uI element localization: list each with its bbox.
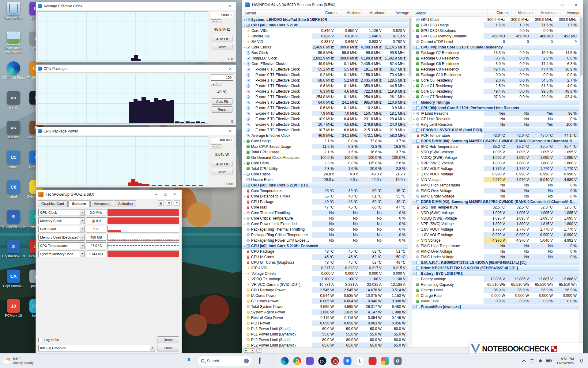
sensor-row[interactable]: VDD (SWA) Voltage1.095 V1.095 V1.095 V1.… bbox=[412, 210, 579, 216]
sensor-row[interactable]: 1.8V VOUT Voltage1.770 V1.770 V1.770 V1.… bbox=[412, 227, 579, 232]
sensor-row[interactable]: ▸Core C1 Residency2.5 %0.0 %81.3 %4.0 % bbox=[412, 83, 579, 89]
graph-max-input[interactable]: 5000.0 bbox=[211, 12, 233, 18]
sensor-row[interactable]: PL2 Power Limit (Static)80.0 W80.0 W80.0… bbox=[242, 337, 408, 343]
sensor-row[interactable]: VDDQ (SWB) Voltage1.095 V1.095 V1.095 V1… bbox=[412, 155, 579, 160]
sensor-row[interactable]: CPU Package Power2.545 W2.545 W14.678 W3… bbox=[242, 287, 408, 293]
graph-max-input[interactable]: 100.000 bbox=[211, 137, 233, 143]
sensor-section-header[interactable]: ▾DDR5 DIMM [#2]: Samsung M425R1GB4PB0-CW… bbox=[412, 199, 579, 205]
minimize-icon[interactable]: ─ bbox=[542, 0, 556, 10]
media-red-icon[interactable] bbox=[368, 356, 378, 366]
app-purple-icon[interactable] bbox=[305, 356, 315, 366]
sensor-row[interactable]: PMIC Over VoltageNoNoNo0 % bbox=[412, 188, 579, 194]
sensor-row[interactable]: ▸GPU D3D Utilizations0.0 %0.0 % bbox=[412, 28, 579, 33]
sensor-select[interactable]: GPU Load▾ bbox=[38, 226, 85, 232]
log-to-file-checkbox[interactable] bbox=[38, 338, 42, 342]
scrollbar[interactable] bbox=[408, 17, 412, 347]
sensor-select[interactable]: Memory Used (Dedicated)▾ bbox=[38, 234, 85, 241]
desktop-icon[interactable]: 8CrystalDisk... 8 bbox=[2, 240, 25, 258]
sensor-row[interactable]: SPD Hub Temperature35.2 °C35.2 °C35.5 °C… bbox=[412, 144, 579, 149]
clock-widget[interactable]: 8:51 PM 11/23/2025 bbox=[554, 357, 576, 365]
task-view-icon[interactable] bbox=[254, 356, 265, 366]
sensor-row[interactable]: CPU IA Cores45 °C45 °C62 °C50 °C bbox=[242, 254, 408, 260]
start-logging-button[interactable]: ▶ bbox=[243, 348, 249, 353]
sensor-section-header[interactable]: ▾Memory Timings bbox=[412, 100, 579, 105]
device-select[interactable]: Intel(R) Graphics ▾ bbox=[38, 345, 155, 351]
sensor-section-header[interactable]: ▾CPU [#0]: Intel Core 5 210H: C-State Re… bbox=[412, 44, 579, 50]
sensor-row[interactable]: PL2 Power Limit (Dynamic)65.0 W65.0 W65.… bbox=[242, 343, 408, 347]
sensor-row[interactable]: System Agent Power1.680 W1.635 W4.147 W1… bbox=[242, 309, 408, 315]
sensor-row[interactable]: VPP (SWC) Voltage1.800 V1.800 V1.815 V1.… bbox=[412, 221, 579, 227]
chrome-icon[interactable] bbox=[292, 356, 303, 366]
spin-up-icon[interactable]: ▴ bbox=[211, 82, 216, 86]
sensor-select[interactable]: CPU Temperature▾ bbox=[38, 242, 85, 249]
sensor-row[interactable]: Bus Clock99.8 MHz99.8 MHz99.8 MHz99.8 MH… bbox=[242, 50, 408, 56]
sensor-row[interactable]: P-core 0 T0 Effective Clock55.2 MHz5.5 M… bbox=[242, 67, 408, 72]
libreoffice-icon[interactable]: L bbox=[355, 356, 365, 366]
sensor-section-header[interactable]: ▾LENOVO LNVNB161216 (Intel PCH) bbox=[412, 127, 579, 133]
sensor-section-header[interactable]: ▾PresentMon [dwm.exe] bbox=[412, 304, 579, 309]
sensor-row[interactable]: ▸Core Utility2.3 %0.0 %115.8 %2.8 % bbox=[242, 160, 408, 166]
spin-up-icon[interactable]: ▴ bbox=[211, 144, 216, 148]
close-icon[interactable]: ✕ bbox=[170, 192, 179, 197]
sensor-row[interactable]: Package C8 Residency42.4 %0.0 %47.4 %36.… bbox=[412, 67, 579, 72]
sensor-row[interactable]: Uncore VID0.826 V0.616 V1.046 V0.713 V bbox=[242, 33, 408, 39]
sensor-row[interactable]: Uncore Ratio29.0 x4.0 x42.0 x15.9 x bbox=[242, 177, 408, 182]
auto-fit-button[interactable]: Auto Fit bbox=[212, 98, 232, 105]
sensor-row[interactable]: VPP (SWC) Voltage1.800 V1.800 V1.800 V1.… bbox=[412, 160, 579, 166]
sensor-row[interactable]: P-core 3 T1 Effective Clock0.6 MHz0.1 MH… bbox=[242, 105, 408, 111]
refresh-icon[interactable]: ↻ bbox=[166, 200, 172, 206]
weather-widget[interactable]: 54°F Mostly cloudy bbox=[0, 357, 37, 365]
sensor-row[interactable]: VIN Voltage4.970 V4.970 V5.040 V4.992 V bbox=[412, 238, 579, 243]
hwinfo-titlebar[interactable]: HWiNFO® 64 v8.34-5870 Sensors Status [0.… bbox=[242, 0, 583, 10]
sensor-row[interactable]: VIN Voltage4.970 V4.970 V5.040 V4.980 V bbox=[412, 177, 579, 182]
sensor-row[interactable]: PMIC Over VoltageNoNoNo0 % bbox=[412, 249, 579, 254]
sensor-row[interactable]: CPU GT Cores (Graphics)48 °C45 °C52 °C49… bbox=[242, 260, 408, 265]
sensor-row[interactable]: PMIC Under VoltageNoNoNo0 % bbox=[412, 254, 579, 260]
sensor-row[interactable]: Package C6 Residency6.0 %0.0 %17.4 %6.3 … bbox=[412, 61, 579, 67]
sensor-row[interactable]: Remaining Capacity65.510 Wh65.510 Wh65.5… bbox=[412, 282, 579, 287]
sensor-section-header[interactable]: ▾DDR5 DIMM [#0]: Samsung M425R1GB4PB0-CW… bbox=[412, 138, 579, 144]
stop-logging-button[interactable]: ■ bbox=[250, 348, 255, 353]
volume-icon[interactable] bbox=[537, 357, 544, 365]
edge-icon[interactable] bbox=[280, 356, 290, 366]
sensor-row[interactable]: Max CPU/Thread Usage11.2 %6.3 %72.8 %16.… bbox=[242, 144, 408, 149]
spin-down-icon[interactable]: ▾ bbox=[217, 82, 221, 86]
sensor-row[interactable]: Core Max47 °C45 °C60 °C47 °C bbox=[242, 205, 408, 210]
reset-button[interactable]: Reset bbox=[212, 106, 232, 113]
column-header[interactable]: SensorCurrentMinimumMaximumAverage bbox=[412, 10, 583, 17]
sensor-row[interactable]: ▸Core VIDs0.840 V0.650 V1.126 V0.823 V bbox=[242, 28, 408, 33]
scrollbar[interactable] bbox=[579, 17, 583, 347]
sensor-row[interactable]: SPD Hub Temperature32.5 °C32.5 °C32.8 °C… bbox=[412, 205, 579, 210]
sensor-row[interactable]: ▸GT Limit ReasonsNoNoNo0 % bbox=[412, 116, 579, 122]
auto-fit-button[interactable]: Auto Fit bbox=[212, 36, 232, 42]
desktop-icon[interactable]: asasssd1 bbox=[2, 91, 25, 109]
sensor-row[interactable]: GPU Clock300.0 MHz300.0 MHz300.0 MHz300.… bbox=[412, 17, 579, 22]
desktop-icon[interactable]: C8cdm8 bbox=[2, 180, 25, 199]
sensor-row[interactable]: PCH Temperature43.0 °C42.0 °C47.0 °C44.1… bbox=[412, 133, 579, 138]
sensor-row[interactable]: Total CPU Usage2.1 %1.5 %16.6 %3.7 % bbox=[242, 149, 408, 155]
sensor-row[interactable]: P-core 0 T1 Effective Clock0.2 MHz0.1 MH… bbox=[242, 72, 408, 78]
sensor-row[interactable]: iGPU VID0.217 V0.212 V0.217 V0.215 V bbox=[242, 265, 408, 271]
reset-button[interactable]: Reset bbox=[212, 44, 232, 50]
close-icon[interactable]: ✕ bbox=[226, 129, 234, 133]
sensor-row[interactable]: CPU Package49 °C48 °C60 °C49 °C bbox=[242, 199, 408, 205]
desktop-icon[interactable]: 10PCMark 10 bbox=[2, 299, 25, 318]
sensor-row[interactable]: P-core 3 T0 Effective Clock64.0 MHz24.1 … bbox=[242, 100, 408, 105]
sensor-row[interactable]: Package/Ring Thermal ThrottlingNoNoNo0 % bbox=[242, 227, 408, 232]
sensor-section-header[interactable]: ▾CPU [#0]: Intel Core 5 210H: Enhanced bbox=[242, 243, 408, 249]
search-input[interactable]: Search bbox=[198, 356, 252, 366]
sensor-row[interactable]: GT Cores Power0.005 W0.004 W0.040 W0.008… bbox=[242, 298, 408, 304]
desktop-icon[interactable]: C5cdm5 bbox=[2, 151, 25, 169]
sensor-row[interactable]: E-core 5 T0 Effective Clock10.9 MHz6.4 M… bbox=[242, 116, 408, 122]
sensor-section-header[interactable]: ▾CPU [#0]: Intel Core 5 210H: Performanc… bbox=[412, 105, 579, 111]
settings-icon[interactable]: ⚙ bbox=[393, 356, 403, 366]
sensor-row[interactable]: E-core 6 T0 Effective Clock10.7 MHz4.5 M… bbox=[242, 122, 408, 127]
sensor-row[interactable]: 1.8V VOUT Voltage1.770 V1.770 V1.770 V1.… bbox=[412, 166, 579, 171]
sensor-row[interactable]: VDD (SWA) Voltage1.095 V1.095 V1.095 V1.… bbox=[412, 149, 579, 155]
sensor-row[interactable]: Package/Ring Power Limit ExceededNoNoNo0… bbox=[242, 238, 408, 243]
desktop-icon[interactable]: asasssd2 bbox=[2, 121, 25, 139]
graph-window-titlebar[interactable]: CPU Package Power✕ bbox=[36, 127, 236, 135]
photos-icon[interactable] bbox=[380, 356, 390, 366]
sensor-row[interactable]: Package C2 Residency16.3 %0.0 %19.5 %14.… bbox=[412, 50, 579, 56]
sensor-row[interactable]: Ring/LLC Clock2,892.9 MHz399.0 MHz4,189.… bbox=[242, 56, 408, 61]
